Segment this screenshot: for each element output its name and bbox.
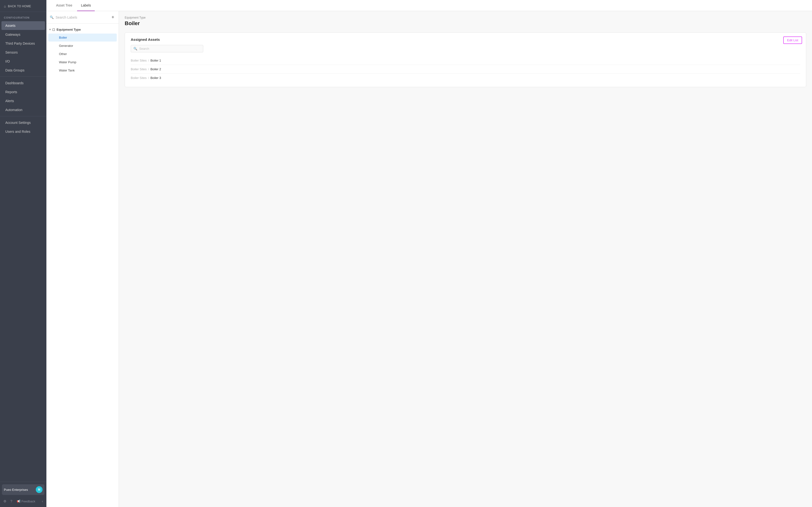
feedback-button[interactable]: 📢 Feedback: [15, 498, 37, 505]
label-group-equipment-type[interactable]: ▾ ◻ Equipment Type: [46, 25, 119, 33]
search-icon: 🔍: [50, 15, 54, 19]
breadcrumb: Equipment Type: [125, 16, 806, 19]
sidebar-item-dashboards[interactable]: Dashboards: [1, 79, 45, 88]
sidebar-top: ⌂ BACK TO HOME: [0, 0, 46, 12]
group-label: Equipment Type: [57, 28, 81, 32]
home-icon: ⌂: [4, 4, 6, 8]
sidebar-item-automation[interactable]: Automation: [1, 106, 45, 114]
settings-button[interactable]: ⚙: [2, 498, 8, 505]
help-button[interactable]: ?: [9, 498, 14, 505]
label-item-water-pump[interactable]: Water Pump: [48, 58, 117, 66]
sidebar-item-reports[interactable]: Reports: [1, 88, 45, 96]
sidebar-item-alerts[interactable]: Alerts: [1, 97, 45, 105]
asset-item: Boiler Sites / Boiler 2: [131, 65, 800, 74]
assets-search-icon: 🔍: [134, 47, 137, 50]
search-labels-input[interactable]: [56, 15, 108, 19]
megaphone-icon: 📢: [17, 500, 20, 503]
asset-name: Boiler 1: [150, 59, 161, 62]
page-title: Boiler: [125, 20, 806, 26]
labels-search-bar: 🔍 +: [46, 11, 119, 24]
label-item-water-tank[interactable]: Water Tank: [48, 66, 117, 74]
top-tabs: Asset Tree Labels: [46, 0, 812, 11]
label-item-other[interactable]: Other: [48, 50, 117, 58]
sidebar-item-users-and-roles[interactable]: Users and Roles: [1, 127, 45, 136]
labels-list: ▾ ◻ Equipment Type Boiler Generator Othe…: [46, 24, 119, 507]
sidebar-item-third-party-devices[interactable]: Third Party Devices: [1, 39, 45, 48]
asset-path: Boiler Sites: [131, 67, 147, 71]
main-content: Asset Tree Labels 🔍 + ▾ ◻ Equipment Type…: [46, 0, 812, 507]
assets-search-box: 🔍: [131, 45, 203, 52]
label-item-generator[interactable]: Generator: [48, 42, 117, 50]
back-to-home[interactable]: ⌂ BACK TO HOME: [4, 4, 43, 8]
tab-asset-tree[interactable]: Asset Tree: [52, 0, 76, 11]
asset-item: Boiler Sites / Boiler 1: [131, 56, 800, 65]
sidebar-item-account-settings[interactable]: Account Settings: [1, 118, 45, 127]
footer-actions: ⚙ ? 📢 Feedback ‹: [2, 497, 45, 506]
asset-item: Boiler Sites / Boiler 3: [131, 74, 800, 82]
asset-name: Boiler 2: [150, 67, 161, 71]
collapse-sidebar-button[interactable]: ‹: [40, 498, 45, 505]
sidebar-item-assets[interactable]: Assets: [1, 21, 45, 30]
sidebar: ⌂ BACK TO HOME CONFIGURATION Assets Gate…: [0, 0, 46, 507]
add-label-button[interactable]: +: [110, 14, 115, 20]
tab-labels[interactable]: Labels: [77, 0, 95, 11]
config-section-label: CONFIGURATION: [0, 12, 46, 21]
sidebar-item-sensors[interactable]: Sensors: [1, 48, 45, 57]
sidebar-item-io[interactable]: I/O: [1, 57, 45, 66]
user-card: Pueo Enterprises M: [2, 484, 45, 495]
asset-name: Boiler 3: [150, 76, 161, 80]
sidebar-footer: Pueo Enterprises M ⚙ ? 📢 Feedback ‹: [0, 482, 46, 507]
content-area: 🔍 + ▾ ◻ Equipment Type Boiler Generator …: [46, 11, 812, 507]
sidebar-nav: CONFIGURATION Assets Gateways Third Part…: [0, 12, 46, 482]
labels-panel: 🔍 + ▾ ◻ Equipment Type Boiler Generator …: [46, 11, 119, 507]
assets-search-input[interactable]: [139, 47, 201, 50]
label-item-boiler[interactable]: Boiler: [48, 34, 117, 42]
chevron-down-icon: ▾: [49, 28, 51, 31]
user-name: Pueo Enterprises: [4, 488, 34, 492]
avatar: M: [36, 486, 43, 493]
sidebar-item-gateways[interactable]: Gateways: [1, 30, 45, 39]
sidebar-item-data-groups[interactable]: Data Groups: [1, 66, 45, 74]
asset-path: Boiler Sites: [131, 76, 147, 80]
asset-separator: /: [148, 76, 149, 80]
asset-path: Boiler Sites: [131, 59, 147, 62]
assigned-assets-title: Assigned Assets: [131, 38, 800, 42]
assigned-assets-section: Assigned Assets Edit List 🔍 Boiler Sites…: [125, 32, 806, 87]
asset-separator: /: [148, 67, 149, 71]
tag-icon: ◻: [52, 27, 55, 32]
edit-list-button[interactable]: Edit List: [783, 37, 802, 44]
detail-panel: Equipment Type Boiler Assigned Assets Ed…: [119, 11, 812, 507]
asset-separator: /: [148, 59, 149, 62]
